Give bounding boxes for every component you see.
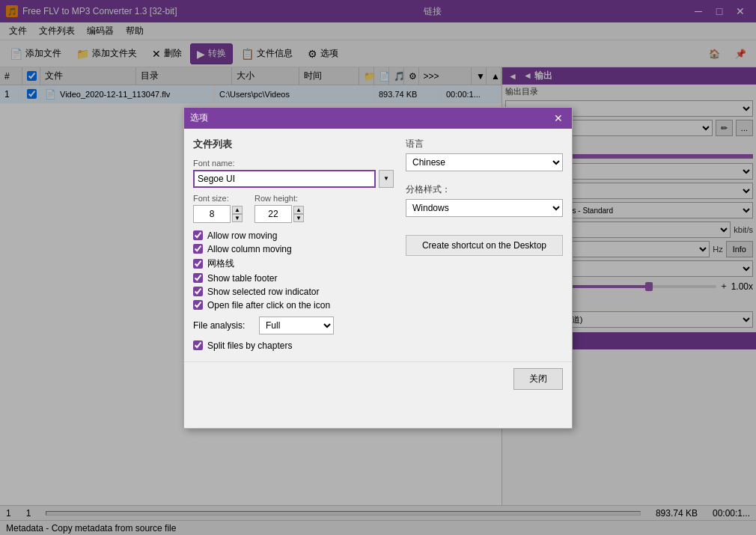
dialog-title: 选项 [190,111,208,124]
show-footer-checkbox[interactable] [193,273,203,283]
file-analysis-select[interactable]: Full Quick None [259,317,334,334]
split-chapters-checkbox[interactable] [193,340,203,350]
allow-col-moving-row: Allow column moving [193,242,394,256]
gridlines-row: 网格线 [193,256,394,272]
font-size-down-btn[interactable]: ▼ [232,214,243,222]
font-name-label: Font name: [193,159,394,168]
divider-label: 分格样式： [406,183,563,196]
dialog-footer: 关闭 [184,361,572,396]
font-size-group: Font size: ▲ ▼ [193,194,243,223]
font-name-dropdown-btn[interactable]: ▼ [379,170,394,188]
row-height-down-btn[interactable]: ▼ [293,214,304,222]
dialog-left-section: 文件列表 Font name: ▼ Font size: ▲ ▼ [193,138,394,352]
show-footer-label: Show table footer [207,273,277,284]
font-size-spinner: ▲ ▼ [232,206,243,222]
split-chapters-label: Split files by chapters [207,340,292,351]
show-indicator-label: Show selected row indicator [207,287,319,297]
gridlines-label: 网格线 [207,257,234,270]
create-shortcut-button[interactable]: Create shortcut on the Desktop [406,235,563,256]
allow-row-moving-label: Allow row moving [207,230,277,241]
file-analysis-label: File analysis: [193,320,253,331]
allow-row-moving-checkbox[interactable] [193,230,203,240]
divider-section: 分格样式： Windows Classic Modern [406,183,563,217]
show-indicator-row: Show selected row indicator [193,285,394,299]
options-dialog: 选项 ✕ 文件列表 Font name: ▼ Font size: [183,107,573,429]
open-file-checkbox[interactable] [193,300,203,310]
row-height-spinner: ▲ ▼ [293,206,304,222]
row-height-label: Row height: [254,194,304,203]
language-select[interactable]: Chinese English German French Spanish [406,153,563,171]
allow-col-moving-checkbox[interactable] [193,244,203,254]
dialog-overlay: 选项 ✕ 文件列表 Font name: ▼ Font size: [0,0,756,535]
font-name-input[interactable] [193,170,376,188]
file-analysis-row: File analysis: Full Quick None [193,317,394,334]
font-size-label: Font size: [193,194,243,203]
font-size-input[interactable] [193,205,231,223]
font-size-row-group: Font size: ▲ ▼ Row height: [193,194,394,223]
allow-col-moving-label: Allow column moving [207,244,292,254]
open-file-label: Open file after click on the icon [207,300,330,311]
dialog-close-bottom-button[interactable]: 关闭 [513,368,563,390]
lang-label: 语言 [406,138,563,150]
dialog-close-button[interactable]: ✕ [551,111,566,126]
lang-section: 语言 Chinese English German French Spanish [406,138,563,171]
font-size-up-btn[interactable]: ▲ [232,206,243,214]
allow-row-moving-row: Allow row moving [193,229,394,242]
show-footer-row: Show table footer [193,272,394,285]
divider-select[interactable]: Windows Classic Modern [406,199,563,217]
split-chapters-row: Split files by chapters [193,339,394,352]
dialog-right-section: 语言 Chinese English German French Spanish… [406,138,563,352]
open-file-row: Open file after click on the icon [193,299,394,312]
dialog-title-bar: 选项 ✕ [184,108,572,129]
font-size-input-row: ▲ ▼ [193,205,243,223]
row-height-input-row: ▲ ▼ [254,205,304,223]
row-height-input[interactable] [254,205,292,223]
row-height-group: Row height: ▲ ▼ [254,194,304,223]
row-height-up-btn[interactable]: ▲ [293,206,304,214]
dialog-body: 文件列表 Font name: ▼ Font size: ▲ ▼ [184,129,572,361]
show-indicator-checkbox[interactable] [193,287,203,296]
gridlines-checkbox[interactable] [193,259,203,269]
dialog-section-title: 文件列表 [193,138,394,151]
font-name-row: ▼ [193,170,394,188]
